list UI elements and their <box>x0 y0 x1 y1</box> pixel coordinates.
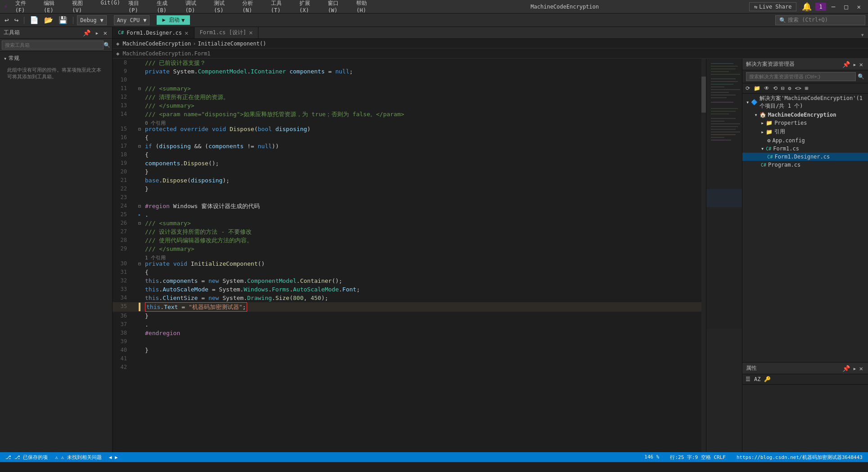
minimize-button[interactable]: ─ <box>828 2 839 11</box>
nav-buttons[interactable]: ◀ ▶ <box>107 454 120 460</box>
vertical-scrollbar[interactable] <box>701 59 706 452</box>
prop-category-button[interactable]: ☰ <box>744 375 752 383</box>
maximize-button[interactable]: □ <box>841 2 851 11</box>
scrollbar-thumb[interactable] <box>701 77 706 113</box>
code-line-27: 27 /// 设计器支持所需的方法 - 不要修改 <box>113 227 701 236</box>
highlighted-code-block: this.Text = "机器码加密测试器"; <box>145 302 247 312</box>
line-content: this.AutoScaleMode = System.Windows.Form… <box>145 285 701 294</box>
code-line-26: 26 ⊟ /// <summary> <box>113 219 701 227</box>
svg-rect-1 <box>711 63 733 64</box>
svg-rect-9 <box>711 86 724 87</box>
toolbox-search-bar: 🔍 <box>0 39 112 52</box>
collapse-button[interactable]: ⊟ <box>138 125 141 133</box>
menu-window[interactable]: 窗口(W) <box>324 0 352 14</box>
line-number: 29 <box>113 245 134 253</box>
menu-debug[interactable]: 调试(D) <box>182 0 209 14</box>
open-button[interactable]: 📂 <box>42 15 55 25</box>
project-label: MachineCodeEncryption <box>768 112 836 118</box>
collapse-button[interactable]: ⊟ <box>138 84 141 93</box>
properties-close-button[interactable]: ✕ <box>858 365 864 372</box>
toolbox-section-header[interactable]: ▾ 常规 <box>4 54 108 63</box>
toolbox-search-input[interactable] <box>2 41 104 50</box>
sol-preview-button[interactable]: 👁 <box>763 84 771 92</box>
redo-button[interactable]: ↪ <box>13 15 21 25</box>
menu-extensions[interactable]: 扩展(X) <box>296 0 323 14</box>
menu-tools[interactable]: 工具(T) <box>267 0 295 14</box>
menu-git[interactable]: Git(G) <box>97 0 124 14</box>
url-status[interactable]: https://blog.csdn.net/机器码加密测试器3648443 <box>735 454 864 461</box>
menu-build[interactable]: 生成(B) <box>153 0 181 14</box>
close-button[interactable]: ✕ <box>854 2 864 11</box>
solution-close-button[interactable]: ✕ <box>858 61 864 68</box>
tab-icon: C# <box>118 30 124 36</box>
code-line-16: 16 { <box>113 133 701 142</box>
undo-button[interactable]: ↩ <box>3 15 11 25</box>
tab-form1-designer[interactable]: C# Form1.Designer.cs ✕ <box>113 27 194 38</box>
error-warning-status[interactable]: ⚠ ⚠ 未找到相关问题 <box>53 454 104 461</box>
prop-page-button[interactable]: 🔑 <box>763 375 772 383</box>
menu-analyze[interactable]: 分析(N) <box>239 0 266 14</box>
sol-refresh-button[interactable]: ⟲ <box>772 84 779 92</box>
sol-collapse-button[interactable]: ⊟ <box>780 84 786 92</box>
run-button[interactable]: ▶ 启动 ▼ <box>157 15 190 25</box>
line-gutter <box>134 268 145 277</box>
sol-sync-button[interactable]: ⟳ <box>744 84 751 92</box>
zoom-status[interactable]: 146 % <box>642 454 661 461</box>
solution-pin-button[interactable]: 📌 <box>841 61 851 68</box>
sol-filter-button[interactable]: ⊞ <box>804 84 809 92</box>
project-item[interactable]: ▾ 🏠 MachineCodeEncryption <box>742 111 868 119</box>
menu-test[interactable]: 测试(S) <box>210 0 238 14</box>
global-search-box[interactable]: 🔍 搜索 (Ctrl+Q) <box>775 15 865 25</box>
sol-new-folder-button[interactable]: 📁 <box>752 84 762 92</box>
line-number: 10 <box>113 76 134 84</box>
line-number: 14 <box>113 110 134 118</box>
collapse-button[interactable]: ⊟ <box>138 202 141 210</box>
line-number: 13 <box>113 101 134 110</box>
collapse-button[interactable]: ⊟ <box>138 259 141 268</box>
tree-properties-item[interactable]: ▸ 📁 Properties <box>742 119 868 127</box>
svg-rect-12 <box>711 95 736 95</box>
tree-form1designer-item[interactable]: C# Form1.Designer.cs <box>742 153 868 161</box>
line-number: 8 <box>113 59 134 67</box>
line-content: { <box>145 268 701 277</box>
sol-settings-button[interactable]: ⚙ <box>787 84 792 92</box>
sol-code-button[interactable]: <> <box>793 84 802 92</box>
tab-dropdown-button[interactable]: ▾ <box>861 31 864 38</box>
tree-programcs-item[interactable]: C# Program.cs <box>742 161 868 169</box>
line-content <box>145 363 701 372</box>
collapse-button[interactable]: ⊟ <box>138 142 141 150</box>
debug-config-dropdown[interactable]: Debug ▼ <box>77 15 106 25</box>
editor-wrapper: C# Form1.Designer.cs ✕ Form1.cs [设计] ✕ ▾… <box>113 27 868 452</box>
line-content: /// </summary> <box>145 245 701 253</box>
toolbox-pin-button[interactable]: 📌 <box>81 29 92 36</box>
toolbox-close-button[interactable]: ✕ <box>102 29 108 36</box>
properties-pin-button[interactable]: 📌 <box>841 365 851 372</box>
toolbox-controls: 📌 ▸ ✕ <box>81 29 108 36</box>
tree-appconfig-item[interactable]: ⚙ App.config <box>742 136 868 145</box>
toolbox-chevron-button[interactable]: ▸ <box>94 29 100 36</box>
menu-project[interactable]: 项目(P) <box>125 0 152 14</box>
tab-close-button-2[interactable]: ✕ <box>249 29 253 36</box>
menu-view[interactable]: 视图(V) <box>68 0 96 14</box>
tab-form1-design[interactable]: Form1.cs [设计] ✕ <box>194 27 259 38</box>
new-file-button[interactable]: 📄 <box>28 15 41 25</box>
menu-edit[interactable]: 编辑(E) <box>40 0 68 14</box>
solution-search-input[interactable] <box>746 72 856 81</box>
tree-form1cs-item[interactable]: ▾ C# Form1.cs <box>742 145 868 153</box>
collapse-button[interactable]: ⊟ <box>138 219 141 227</box>
code-scroll-area[interactable]: 8 /// 已前设计器支援？ 9 <box>113 59 701 452</box>
menu-help[interactable]: 帮助(H) <box>353 0 380 14</box>
properties-chevron-button[interactable]: ▸ <box>851 365 858 372</box>
tab-close-button[interactable]: ✕ <box>185 29 188 36</box>
live-share-button[interactable]: ⇆ Live Share <box>749 2 796 11</box>
toolbar: ↩ ↪ 📄 📂 💾 Debug ▼ Any CPU ▼ ▶ 启动 ▼ 🔍 搜索 … <box>0 14 868 27</box>
line-col-status[interactable]: 行:25 字:9 空格 CRLF <box>668 454 727 461</box>
solution-root-item[interactable]: ▾ 🔷 解决方案'MachineCodeEncryption'(1 个项目/共 … <box>742 94 868 111</box>
menu-file[interactable]: 文件(F) <box>12 0 39 14</box>
save-button[interactable]: 💾 <box>57 15 69 25</box>
tree-references-item[interactable]: ▸ 📁 引用 <box>742 127 868 136</box>
platform-dropdown[interactable]: Any CPU ▼ <box>114 15 150 25</box>
solution-chevron-button[interactable]: ▸ <box>851 61 858 68</box>
prop-alpha-button[interactable]: AZ <box>753 375 762 383</box>
git-branch-status[interactable]: ⎇ ⎇ 已保存的项 <box>4 454 50 461</box>
